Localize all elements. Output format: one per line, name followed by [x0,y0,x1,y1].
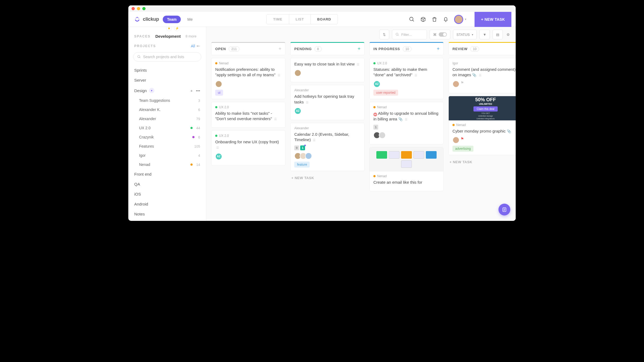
sidebar-subitem[interactable]: Igor4 [128,151,206,160]
count-chip: 1 [300,145,305,150]
app-header: clickup Team Me TIME LIST BOARD ▾ + NEW … [128,12,516,27]
avatar[interactable] [294,69,301,76]
sidebar-item-server[interactable]: Server [128,75,206,85]
window-minimize-icon[interactable] [137,7,140,10]
color-dot [190,127,193,129]
avatar[interactable] [452,137,459,144]
sidebar-subitem[interactable]: Alexander K.6 [128,105,206,114]
add-card-button[interactable]: + [358,46,360,52]
filter-button[interactable]: ▼ [479,30,490,39]
avatar[interactable] [379,132,386,139]
sort-button[interactable]: ⇅ [379,30,389,39]
sidebar-subitem[interactable]: UX 2.044 [128,123,206,133]
layout-button[interactable]: ▤ [493,30,503,39]
window-close-icon[interactable] [132,7,135,10]
flag-icon[interactable]: ⚑ [461,81,464,88]
bolt-icon[interactable]: ⚡ [174,27,180,31]
card-meta: UX 2.0 [373,61,440,65]
trash-icon[interactable] [431,16,437,22]
add-card-button[interactable]: + [437,46,440,52]
tab-list[interactable]: LIST [289,15,311,24]
settings-button[interactable]: ⚙ [505,30,511,39]
sidebar-item-notes[interactable]: Notes [128,209,206,219]
tag[interactable]: user-reported [373,90,398,96]
search-icon [137,55,141,59]
card-avatars: AZ [215,153,281,160]
tag[interactable]: advertising [452,146,473,152]
tab-board[interactable]: BOARD [311,15,338,24]
sidebar-item-front-end[interactable]: Front end [128,169,206,179]
avatar[interactable]: AZ [373,81,380,88]
nav-team[interactable]: Team [163,16,181,23]
notepad-icon [502,207,507,212]
task-card[interactable]: UX 2.0Statuses: ability to make them "do… [369,58,444,99]
hierarchy-toggle[interactable]: ⌘ [430,30,450,39]
sidebar-item-qa[interactable]: QA [128,179,206,189]
sidebar-item-android[interactable]: Android [128,199,206,209]
task-card[interactable]: NenadCreate an email like this for [369,147,444,191]
toggle-switch[interactable] [439,32,447,37]
column-header: IN PROGRESS 10 + [369,42,444,55]
bell-icon[interactable] [443,16,449,22]
sidebar-subitem[interactable]: Alexander79 [128,114,206,123]
avatar[interactable]: AZ [215,153,222,160]
status-dot [373,62,376,64]
description-icon: ☰ [415,74,417,77]
window-maximize-icon[interactable] [142,7,146,10]
box-icon[interactable] [420,16,426,22]
task-card[interactable]: NenadNotification preferences: ability t… [211,58,285,99]
new-task-link[interactable]: + NEW TASK [448,158,516,166]
chevron-down-icon: ▾ [465,18,466,21]
sidebar-subitem[interactable]: Nenad14 [128,160,206,169]
user-menu[interactable]: ▾ [454,15,466,24]
more-icon[interactable]: ••• [196,88,200,93]
sidebar-item-design[interactable]: Design▾+••• [128,85,206,96]
blocked-icon [373,113,377,116]
status-dropdown[interactable]: STATUS▾ [453,30,477,39]
card-title: Ability to upgrade to annual billing in … [373,111,440,122]
chevron-down-icon: ▾ [149,88,154,93]
notepad-fab[interactable] [498,204,510,215]
task-card[interactable]: IgorComment (and assigned comment) on im… [448,58,516,93]
projects-all-link[interactable]: All [191,44,195,48]
add-icon[interactable]: + [190,88,193,93]
main-content: ⇅ Filter... ⌘ STATUS▾ ▼ ▤ ⚙ OPEN 211 + N… [206,27,516,221]
tag[interactable]: ui [215,90,223,96]
avatar[interactable] [452,81,459,88]
sidebar-subitem[interactable]: Team Suggestions3 [128,96,206,105]
tab-time[interactable]: TIME [267,15,289,24]
tag[interactable]: feature [294,162,310,168]
star-icon[interactable]: ★ [166,27,172,31]
new-task-link[interactable]: + NEW TASK [290,174,365,182]
task-card[interactable]: Nenad Ability to upgrade to annual billi… [369,102,444,144]
funnel-icon: ▼ [483,33,486,37]
task-card[interactable]: UX 2.0Onboarding for new UX (copy front)… [211,130,285,166]
sidebar-item-sprints[interactable]: Sprints [128,65,206,75]
task-card[interactable]: AlexanderAdd hotkeys for opening task tr… [290,85,365,120]
add-card-button[interactable]: + [278,46,281,52]
task-card[interactable]: AlexanderCalendar 2.0 (Events, Sidebar, … [290,123,365,171]
avatar[interactable] [215,81,222,88]
task-card[interactable]: 50% OFF UNLIMITED Claim this deal YOU GE… [448,96,516,155]
avatar[interactable] [305,152,312,159]
card-avatars [294,69,360,76]
active-space[interactable]: Development [155,34,181,39]
sidebar-subitem[interactable]: Crazynik6 [128,133,206,142]
collapse-sidebar-icon[interactable]: ⇤ [197,43,200,48]
task-card[interactable]: Easy way to close task in list view ☰ [290,58,365,82]
logo[interactable]: clickup [134,16,159,23]
avatar[interactable]: AZ [294,107,301,114]
sidebar-subitem[interactable]: Features105 [128,142,206,151]
svg-line-3 [140,57,140,58]
flag-icon[interactable]: ⚑ [461,137,464,144]
search-icon[interactable] [409,16,415,22]
sidebar-item-ios[interactable]: iOS [128,189,206,199]
description-icon: ☰ [313,138,316,142]
search-projects-input[interactable]: Search projects and lists [133,52,201,61]
nav-me[interactable]: Me [185,16,195,23]
new-task-button[interactable]: + NEW TASK [475,12,511,27]
card-title: Calendar 2.0 (Events, Sidebar, Timeline)… [294,132,360,143]
spaces-more[interactable]: 8 more [186,34,196,38]
task-card[interactable]: UX 2.0Ability to make lists "not tasks" … [211,102,285,128]
filter-input[interactable]: Filter... [392,30,427,39]
